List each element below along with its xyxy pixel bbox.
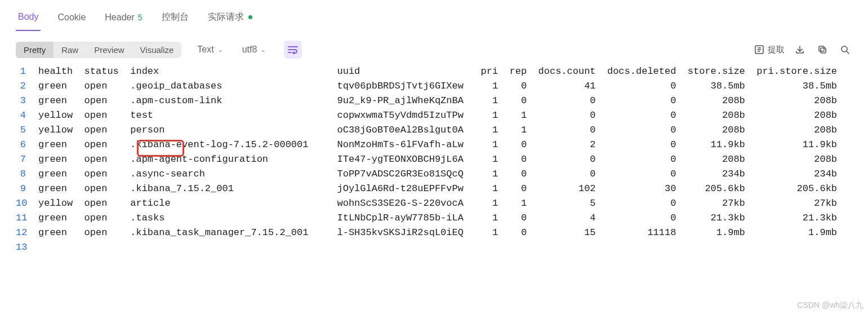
- line-text: green open .apm-agent-configuration ITe4…: [38, 152, 837, 167]
- line-number: 11: [16, 211, 38, 225]
- encoding-dropdown-label: utf8: [242, 45, 257, 55]
- line-number: 7: [16, 152, 38, 167]
- svg-rect-6: [819, 46, 824, 51]
- line-text: green open .async-search ToPP7vADSC2GR3E…: [38, 167, 837, 182]
- code-line: 13: [16, 240, 868, 255]
- tab-header-label: Header: [105, 12, 134, 23]
- code-line: 3green open .apm-custom-link 9u2_k9-PR_a…: [16, 94, 868, 108]
- view-pretty-button[interactable]: Pretty: [16, 42, 54, 58]
- line-number: 8: [16, 167, 38, 182]
- line-text: green open .apm-custom-link 9u2_k9-PR_aj…: [38, 94, 837, 108]
- tab-cookie[interactable]: Cookie: [55, 7, 88, 30]
- status-dot-icon: [248, 15, 252, 19]
- format-dropdown-label: Text: [197, 45, 213, 55]
- view-visualize-button[interactable]: Visualize: [132, 42, 182, 58]
- line-text: green open .kibana-event-log-7.15.2-0000…: [38, 138, 837, 152]
- code-line: 10yellow open article wohnScS3SE2G-S-220…: [16, 196, 868, 211]
- response-body[interactable]: 1health status index uuid pri rep docs.c…: [0, 64, 868, 255]
- code-line: 9green open .kibana_7.15.2_001 jOylGlA6R…: [16, 182, 868, 196]
- line-number: 5: [16, 123, 38, 138]
- search-icon: [840, 45, 850, 55]
- view-raw-button[interactable]: Raw: [54, 42, 86, 58]
- copy-icon: [817, 45, 827, 55]
- tab-actual-request[interactable]: 实际请求: [206, 6, 255, 31]
- code-line: 2green open .geoip_databases tqv06pbBRDS…: [16, 79, 868, 94]
- line-text: yellow open person oC38jGoBT0eAl2Bslgut0…: [38, 123, 837, 138]
- code-line: 7green open .apm-agent-configuration ITe…: [16, 152, 868, 167]
- watermark: CSDN @wh柒八九: [797, 300, 863, 311]
- tab-console[interactable]: 控制台: [159, 6, 191, 31]
- chevron-down-icon: ⌄: [260, 46, 266, 54]
- line-text: green open .kibana_7.15.2_001 jOylGlA6Rd…: [38, 182, 837, 196]
- tab-header-count: 5: [138, 13, 143, 22]
- code-line: 12green open .kibana_task_manager_7.15.2…: [16, 225, 868, 240]
- tab-actual-request-label: 实际请求: [208, 11, 244, 23]
- toolbar-right: 提取: [754, 42, 852, 57]
- search-button[interactable]: [838, 42, 852, 57]
- code-line: 5yellow open person oC38jGoBT0eAl2Bslgut…: [16, 123, 868, 138]
- code-line: 8green open .async-search ToPP7vADSC2GR3…: [16, 167, 868, 182]
- tab-body[interactable]: Body: [16, 6, 41, 31]
- line-number: 6: [16, 138, 38, 152]
- line-number: 3: [16, 94, 38, 108]
- extract-button-label: 提取: [768, 45, 785, 55]
- download-button[interactable]: [793, 42, 807, 57]
- line-number: 9: [16, 182, 38, 196]
- line-number: 2: [16, 79, 38, 94]
- encoding-dropdown[interactable]: utf8 ⌄: [239, 42, 270, 57]
- response-tabs: Body Cookie Header 5 控制台 实际请求: [0, 0, 868, 32]
- extract-icon: [754, 45, 764, 55]
- chevron-down-icon: ⌄: [217, 46, 223, 54]
- code-line: 6green open .kibana-event-log-7.15.2-000…: [16, 138, 868, 152]
- code-line: 4yellow open test copwxwmaT5yVdmd5IzuTPw…: [16, 108, 868, 123]
- line-text: yellow open article wohnScS3SE2G-S-220vo…: [38, 196, 837, 211]
- line-number: 1: [16, 64, 38, 79]
- response-toolbar: Pretty Raw Preview Visualize Text ⌄ utf8…: [0, 32, 868, 64]
- view-mode-group: Pretty Raw Preview Visualize: [16, 42, 181, 58]
- line-number: 12: [16, 225, 38, 240]
- code-line: 1health status index uuid pri rep docs.c…: [16, 64, 868, 79]
- wrap-lines-button[interactable]: [284, 41, 302, 59]
- code-line: 11green open .tasks ItLNbCplR-ayW7785b-i…: [16, 211, 868, 225]
- line-text: health status index uuid pri rep docs.co…: [38, 64, 837, 79]
- view-preview-button[interactable]: Preview: [86, 42, 132, 58]
- line-text: green open .kibana_task_manager_7.15.2_0…: [38, 225, 837, 240]
- line-number: 13: [16, 240, 38, 255]
- line-text: yellow open test copwxwmaT5yVdmd5IzuTPw …: [38, 108, 837, 123]
- svg-line-9: [847, 51, 849, 54]
- download-icon: [795, 45, 805, 55]
- line-text: green open .geoip_databases tqv06pbBRDSj…: [38, 79, 837, 94]
- format-dropdown[interactable]: Text ⌄: [194, 42, 226, 57]
- line-text: green open .tasks ItLNbCplR-ayW7785b-iLA…: [38, 211, 837, 225]
- copy-button[interactable]: [815, 42, 830, 57]
- line-number: 4: [16, 108, 38, 123]
- extract-button[interactable]: 提取: [754, 45, 785, 55]
- svg-rect-7: [821, 48, 826, 53]
- line-number: 10: [16, 196, 38, 211]
- wrap-icon: [288, 45, 298, 54]
- tab-header[interactable]: Header 5: [103, 7, 144, 30]
